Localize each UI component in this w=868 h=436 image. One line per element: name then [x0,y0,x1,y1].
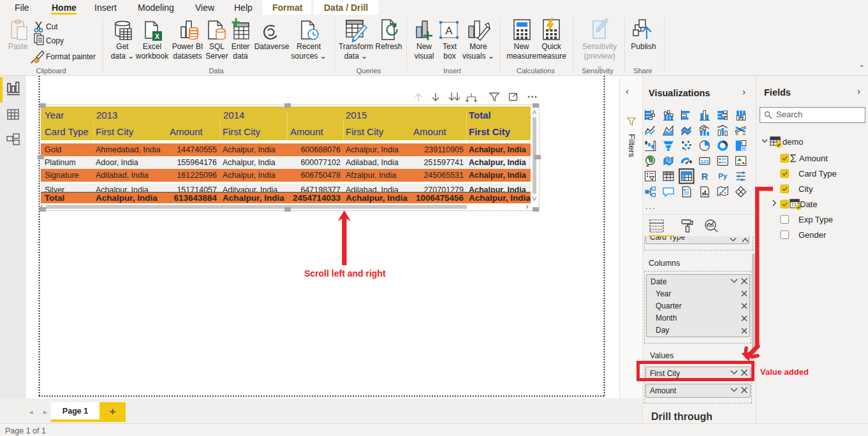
svg-text:A: A [445,25,453,37]
svg-text:R: R [701,171,708,182]
svg-text:Py: Py [718,172,728,180]
svg-text:123: 123 [701,159,709,164]
svg-text:X: X [155,33,160,40]
